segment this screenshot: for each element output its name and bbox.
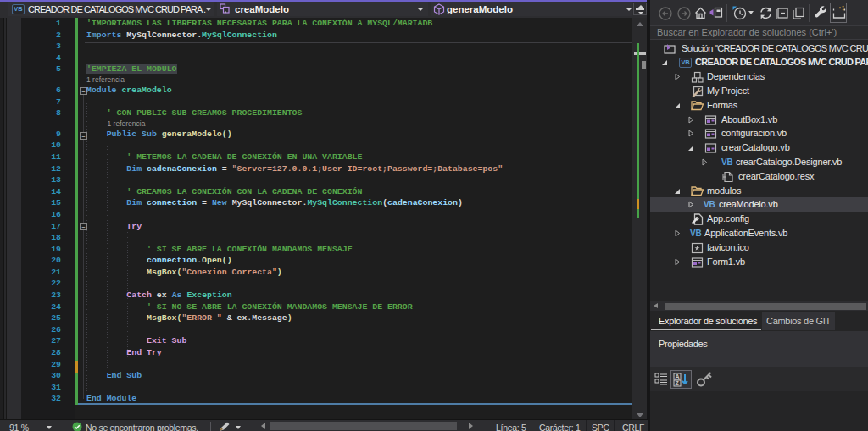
svg-text:A: A	[676, 373, 680, 379]
svg-text:Z: Z	[676, 380, 680, 386]
